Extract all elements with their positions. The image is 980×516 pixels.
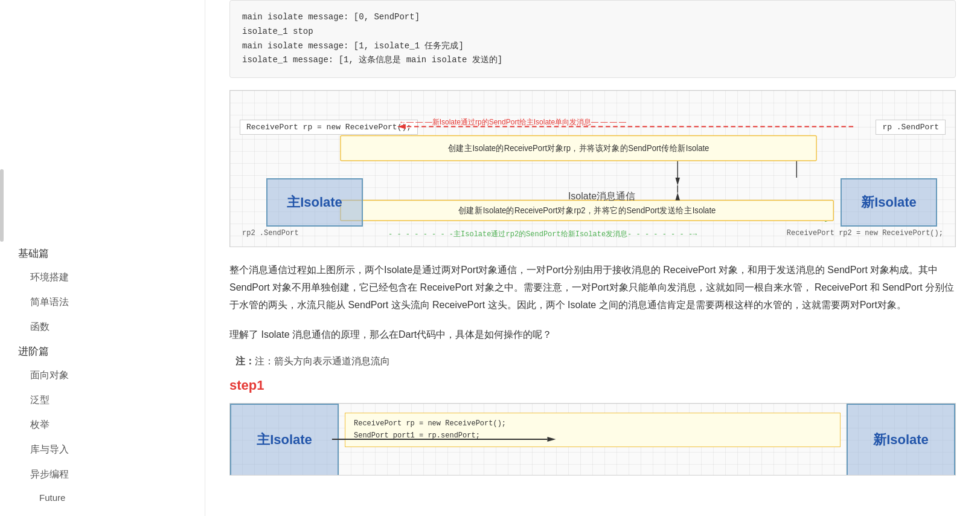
svg-marker-3 [675,178,680,185]
article-paragraph: 整个消息通信过程如上图所示，两个Isolate是通过两对Port对象通信，一对P… [229,262,956,314]
note-label: 注： [235,356,255,366]
sidebar-item-oop[interactable]: 面向对象 [0,363,205,388]
diagram-bottom-row: rp2 .SendPort - - - - - - - -主Isolate通过r… [230,229,955,239]
code-line-1: main isolate message: [0, SendPort] [242,10,943,25]
diagram-center-label: Isolate消息通信 [363,190,841,203]
svg-rect-8 [341,136,816,161]
svg-rect-10 [341,201,833,221]
main-content: main isolate message: [0, SendPort] isol… [205,0,980,516]
bottom-code-line-1: ReceivePort rp = new ReceivePort(); [354,418,831,430]
svg-text:创建新Isolate的ReceivePort对象rp2，并将: 创建新Isolate的ReceivePort对象rp2，并将它的SendPort… [458,206,716,215]
isolate-diagram: ReceivePort rp = new ReceivePort(); rp .… [229,90,956,247]
bottom-diagram-new-box: 新Isolate [847,404,955,476]
article-note: 注：注：箭头方向表示通道消息流向 [229,355,956,368]
code-line-2: isolate_1 stop [242,25,943,39]
article-question: 理解了 Isolate 消息通信的原理，那么在Dart代码中，具体是如何操作的呢… [229,326,956,344]
diagram-receive-port-left: ReceivePort rp = new ReceivePort(); [240,120,418,135]
diagram-send-port-right: rp .SendPort [876,120,946,135]
diagram-arrow-label-top: ←— — —新Isolate通过rp的SendPort给主Isolate单向发消… [399,117,626,127]
diagram-inner: ReceivePort rp = new ReceivePort(); rp .… [230,91,955,247]
diagram-main-isolate-box: 主Isolate [266,178,363,227]
bottom-diagram: 主Isolate 新Isolate ReceivePort rp = new R… [229,403,956,476]
diagram-bottom-arrow-label: - - - - - - - -主Isolate通过rp2的SendPort给新I… [388,229,697,239]
svg-marker-6 [825,218,833,222]
sidebar-subitem-stream[interactable]: Stream [0,508,205,516]
note-text: 注：箭头方向表示通道消息流向 [255,356,390,366]
diagram-rp2-sendport: rp2 .SendPort [242,229,299,239]
sidebar: 基础篇 环境搭建 简单语法 函数 进阶篇 面向对象 泛型 枚举 库与导入 异步编… [0,0,205,516]
sidebar-item-libraries[interactable]: 库与导入 [0,437,205,462]
sidebar-item-env[interactable]: 环境搭建 [0,265,205,290]
diagram-new-isolate-box: 新Isolate [841,178,937,227]
code-line-4: isolate_1 message: [1, 这条信息是 main isolat… [242,53,943,68]
bottom-diagram-code-box: ReceivePort rp = new ReceivePort(); Send… [345,413,841,447]
diagram-rp2-receiveport: ReceivePort rp2 = new ReceivePort(); [787,229,943,239]
code-line-3: main isolate message: [1, isolate_1 任务完成… [242,39,943,54]
code-block-output: main isolate message: [0, SendPort] isol… [229,0,956,78]
sidebar-section-advanced: 进阶篇 [0,340,205,363]
sidebar-subitem-future[interactable]: Future [0,487,205,508]
step-label: step1 [229,378,956,393]
svg-text:创建主Isolate的ReceivePort对象rp，并将该: 创建主Isolate的ReceivePort对象rp，并将该对象的SendPor… [448,144,709,153]
bottom-code-line-2: SendPort port1 = rp.sendPort; [354,430,831,442]
bottom-diagram-main-box: 主Isolate [230,404,339,476]
sidebar-collapse-button[interactable]: ‹ [205,243,205,273]
sidebar-item-enum[interactable]: 枚举 [0,413,205,437]
sidebar-item-functions[interactable]: 函数 [0,315,205,340]
sidebar-item-async[interactable]: 异步编程 [0,462,205,487]
sidebar-item-generics[interactable]: 泛型 [0,388,205,413]
sidebar-item-syntax[interactable]: 简单语法 [0,290,205,315]
sidebar-section-basics: 基础篇 [0,242,205,265]
